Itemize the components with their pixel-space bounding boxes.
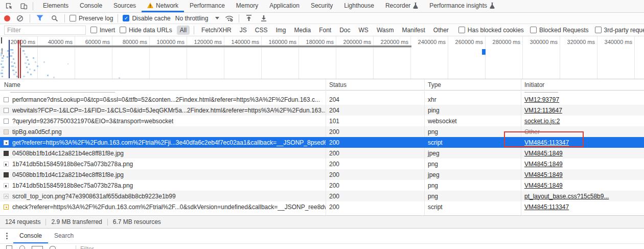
has-blocked-cookies-checkbox[interactable]: Has blocked cookies [458,27,524,34]
table-row[interactable]: ?queryId=923677500321970&EIO=3&transport… [0,116,644,126]
cell-initiator: pt_layout_base.css?15c58b9... [521,193,644,200]
cell-status: 200 [326,171,424,178]
table-row[interactable]: performance?dnsLookup=0&tcp=0&ssl=0&ttfb… [0,94,644,105]
import-har-icon[interactable] [244,13,254,24]
console-sidebar-icon[interactable] [6,245,12,249]
filter-chip-media[interactable]: Media [291,26,314,35]
device-toolbar-icon[interactable] [18,1,29,11]
filter-chip-doc[interactable]: Doc [336,26,353,35]
tab-recorder[interactable]: Recorder [380,0,424,12]
initiator-link[interactable]: VM4845:1849 [524,171,563,178]
table-row[interactable]: 1b741db5b15845918b8ec75a073b278a.png200p… [0,159,644,169]
filter-input[interactable] [4,26,86,35]
clipped-row-fragment [10,92,115,93]
initiator-link[interactable]: VM4845:113347 [524,139,569,146]
3rd-party-requests-checkbox[interactable]: 3rd-party requests [595,27,644,34]
filter-chip-other[interactable]: Other [430,26,452,35]
cell-type: xhr [424,96,521,103]
filter-chip-manifest[interactable]: Manifest [399,26,428,35]
tab-console[interactable]: Console [74,0,108,12]
console-filter-placeholder[interactable]: Filter [80,245,94,249]
table-row[interactable]: 1b741db5b15845918b8ec75a073b278a.png200p… [0,180,644,191]
waterfall-mark [1,60,4,62]
preserve-log-checkbox[interactable]: Preserve log [70,15,113,22]
column-header-type[interactable]: Type [424,79,441,90]
filter-chip-font[interactable]: Font [316,26,334,35]
tab-performance-insights[interactable]: Performance insights [424,0,500,12]
network-overview-timeline[interactable]: 20000 ms40000 ms60000 ms80000 ms100000 m… [0,36,644,79]
table-row[interactable]: 04508bb1fb1d4c12a821b4ec8ff81f8e.jpg200j… [0,169,644,180]
filter-chip-ws[interactable]: WS [356,26,372,35]
table-row[interactable]: webvitals?FCP=-1&LCP=-1&FID=-1&CLS=0&id=… [0,105,644,116]
table-row[interactable]: tipBg.ea0d5cf.png200pngOther [0,126,644,137]
network-conditions-icon[interactable] [224,13,234,24]
cell-name: 04508bb1fb1d4c12a821b4ec8ff81f8e.jpg [0,150,326,157]
filter-chip-all[interactable]: All [177,26,190,35]
timeline-gridline [634,36,635,79]
tab-lighthouse[interactable]: Lighthouse [338,0,380,12]
initiator-link[interactable]: VM4845:113347 [524,203,569,211]
table-row[interactable]: check?referer=https%3A%2F%2Fdun.163.com%… [0,201,644,212]
clear-network-log-icon[interactable] [15,13,25,24]
checkbox-unchecked[interactable] [70,15,76,21]
cell-type: png [424,128,521,135]
filter-chip-js[interactable]: JS [237,26,250,35]
checkbox-unchecked[interactable] [458,27,465,33]
eye-icon[interactable] [50,246,56,249]
column-header-status[interactable]: Status [326,79,347,90]
export-har-icon[interactable] [259,13,269,24]
disable-cache-checkbox[interactable]: ✓ Disable cache [123,15,170,22]
column-header-name[interactable]: Name [0,79,20,90]
tab-network[interactable]: Network [142,0,184,12]
checkbox-unchecked[interactable] [120,27,126,33]
waterfall-mark [22,50,25,52]
timeline-tick-label: 280000 ms [485,39,520,45]
initiator-link[interactable]: VM12:93797 [524,96,559,103]
cell-status: 200 [326,193,424,200]
table-header: Name Status Type Initiator [0,79,644,90]
initiator-link[interactable]: VM12:113647 [524,107,562,114]
inspect-element-icon[interactable] [4,1,14,11]
tab-sources[interactable]: Sources [108,0,142,12]
tab-elements[interactable]: Elements [37,0,74,12]
checkbox-unchecked[interactable] [530,27,537,33]
tab-application[interactable]: Application [264,0,305,12]
waterfall-mark [27,72,29,73]
tab-performance[interactable]: Performance [184,0,231,12]
drawer-menu-icon[interactable] [0,229,13,243]
throttling-dropdown[interactable]: No throttling [175,15,220,22]
checkbox-unchecked[interactable] [595,27,602,33]
search-icon[interactable] [50,13,60,24]
experiment-flask-icon [413,3,418,9]
column-header-initiator[interactable]: Initiator [521,79,544,90]
table-row[interactable]: 04508bb1fb1d4c12a821b4ec8ff81f8e.jpg200j… [0,148,644,159]
filter-chip-css[interactable]: CSS [252,26,271,35]
context-selector-dropdown[interactable] [32,246,43,249]
blocked-requests-checkbox[interactable]: Blocked Requests [530,27,589,34]
cell-initiator: VM4845:1849 [521,161,644,168]
filter-chip-img[interactable]: Img [272,26,289,35]
table-row[interactable]: scroll_top_icon.png?47e3908631af655dab8b… [0,191,644,201]
filter-funnel-icon[interactable] [35,13,45,24]
initiator-link[interactable]: socket.io.js:2 [524,118,560,125]
request-name: 1b741db5b15845918b8ec75a073b278a.png [12,182,133,189]
tab-memory[interactable]: Memory [231,0,264,12]
drawer-tab-console[interactable]: Console [13,229,48,243]
drawer-tab-search[interactable]: Search [48,229,80,243]
record-network-log-button[interactable] [4,15,10,21]
filter-chip-fetch-xhr[interactable]: Fetch/XHR [198,26,235,35]
initiator-link[interactable]: VM4845:1849 [524,150,563,157]
invert-checkbox[interactable]: Invert [90,27,115,34]
clear-console-icon[interactable] [19,245,25,249]
checkbox-unchecked[interactable] [90,27,97,33]
tab-label: Memory [236,2,258,9]
initiator-link[interactable]: pt_layout_base.css?15c58b9... [524,193,609,200]
hide-data-urls-checkbox[interactable]: Hide data URLs [120,27,172,34]
initiator-link[interactable]: VM4845:1849 [524,182,563,189]
initiator-link[interactable]: VM4845:1849 [524,161,563,168]
waterfall-mark [1,70,3,71]
table-row[interactable]: get?referer=https%3A%2F%2Fdun.163.com%2F… [0,137,644,148]
filter-chip-wasm[interactable]: Wasm [374,26,397,35]
checkbox-checked[interactable]: ✓ [123,15,129,21]
tab-security[interactable]: Security [305,0,338,12]
